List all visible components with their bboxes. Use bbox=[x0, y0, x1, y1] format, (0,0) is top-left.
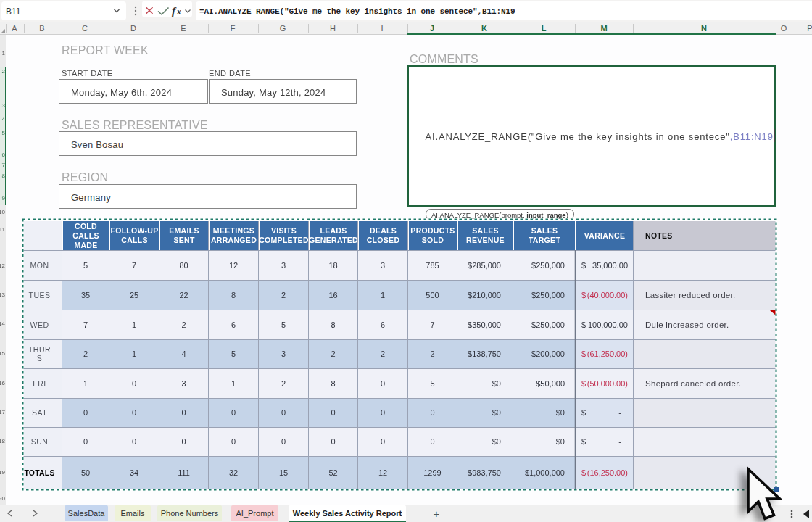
svg-text:x: x bbox=[176, 7, 181, 16]
